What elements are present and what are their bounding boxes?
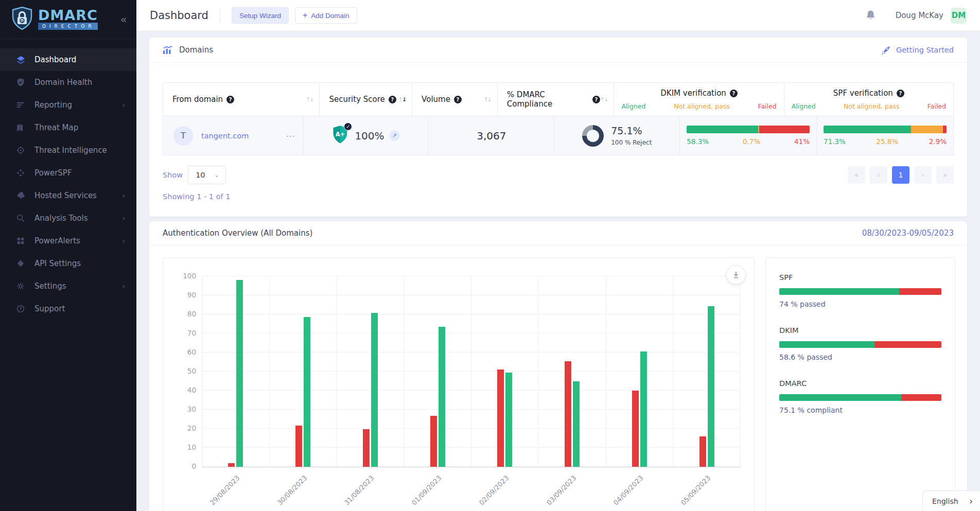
sidebar-item-threat-intelligence[interactable]: Threat Intelligence	[0, 139, 136, 162]
x-axis-label: 05/09/2023	[679, 474, 712, 507]
sidebar-item-label: Threat Map	[34, 123, 78, 132]
first-page-button[interactable]: «	[848, 166, 865, 184]
y-axis-tick: 50	[187, 367, 196, 375]
volume-label: Volume	[422, 95, 450, 104]
setup-wizard-button[interactable]: Setup Wizard	[232, 7, 289, 24]
sidebar-item-label: Analysis Tools	[34, 214, 88, 223]
bar-failed	[699, 436, 706, 467]
spf-verification-label: SPF verification	[833, 89, 893, 98]
sidebar-item-label: PowerSPF	[34, 168, 72, 178]
brand-text: DMARC DIRECTOR	[38, 9, 98, 30]
avatar[interactable]: DM	[951, 8, 967, 24]
x-axis-label: 04/09/2023	[612, 474, 645, 507]
bar-passed	[304, 317, 310, 467]
domain-link[interactable]: tangent.com	[201, 132, 249, 140]
summary-block-dmarc: DMARC75.1 % compliant	[779, 379, 941, 414]
spf-sub-aligned: Aligned	[792, 102, 816, 110]
sidebar-item-analysis-tools[interactable]: Analysis Tools›	[0, 207, 136, 230]
spf-failed-value: 2.9%	[929, 137, 947, 146]
x-axis-label: 02/09/2023	[478, 474, 511, 507]
pagination-row: Show 10 ⌄ « ‹ 1 › »	[163, 166, 954, 184]
chart-download-button[interactable]	[726, 265, 746, 285]
prev-page-button[interactable]: ‹	[870, 166, 887, 184]
notifications-bell-icon[interactable]	[865, 10, 876, 21]
col-volume: Volume ? ↑↓	[412, 83, 498, 116]
sidebar-item-dashboard[interactable]: Dashboard	[0, 48, 136, 71]
row-more-icon[interactable]: ⋯	[286, 131, 296, 141]
bar-passed	[573, 381, 580, 467]
spf-sub-failed: Failed	[927, 102, 946, 110]
chevron-right-icon: ›	[122, 101, 125, 109]
y-axis-tick: 90	[187, 291, 196, 299]
spf-bar-not-aligned	[911, 126, 943, 133]
next-page-button[interactable]: ›	[914, 166, 932, 184]
y-axis-tick: 0	[191, 462, 196, 470]
sidebar-item-settings[interactable]: Settings›	[0, 275, 136, 297]
dashboard-icon	[15, 55, 26, 65]
sidebar-item-hosted-services[interactable]: Hosted Services›	[0, 184, 136, 207]
dkim-sub-aligned: Aligned	[621, 102, 645, 110]
chart-band: 31/08/2023	[337, 276, 405, 467]
dmarc-percent: 75.1%	[611, 125, 652, 136]
language-label: English	[932, 497, 958, 505]
sidebar-item-threat-map[interactable]: Threat Map	[0, 116, 136, 139]
page-1-button[interactable]: 1	[892, 166, 909, 184]
spf-help-icon[interactable]: ?	[897, 90, 904, 97]
svg-text:@: @	[21, 19, 24, 23]
cell-from-domain: T tangent.com ⋯	[163, 116, 304, 155]
volume-sort-icon[interactable]: ↑↓	[483, 96, 491, 103]
collapse-sidebar-icon[interactable]: «	[120, 14, 127, 25]
summary-bar	[779, 394, 941, 401]
sidebar-item-label: Hosted Services	[34, 191, 97, 200]
auth-overview-card: Authentication Overview (All Domains) 08…	[149, 221, 967, 511]
col-dmarc-compliance: % DMARC Compliance ? ↑↓	[498, 83, 615, 116]
y-axis-tick: 70	[187, 329, 196, 337]
domains-card-header: Domains Getting Started	[149, 38, 967, 63]
add-domain-button[interactable]: + Add Domain	[295, 7, 357, 24]
summary-caption: 75.1 % compliant	[779, 406, 941, 414]
language-selector[interactable]: English ›	[922, 490, 980, 511]
volume-help-icon[interactable]: ?	[454, 96, 462, 103]
chart-band: 02/09/2023	[471, 276, 539, 467]
user-name[interactable]: Doug McKay	[896, 11, 943, 20]
showing-summary: Showing 1 - 1 of 1	[163, 192, 954, 201]
summary-block-dkim: DKIM58.6 % passed	[779, 326, 941, 361]
sidebar-item-api-settings[interactable]: API Settings	[0, 252, 136, 275]
summary-bar-passed	[779, 288, 899, 295]
dkim-sub-not-aligned: Not aligned, pass	[674, 102, 730, 110]
getting-started-link[interactable]: Getting Started	[881, 45, 954, 55]
chart-plot: 010203040506070809010029/08/202330/08/20…	[202, 276, 741, 467]
sidebar-item-reporting[interactable]: Reporting›	[0, 94, 136, 116]
bar-passed	[236, 280, 243, 467]
page-size-select[interactable]: 10 ⌄	[188, 166, 226, 184]
last-page-button[interactable]: »	[936, 166, 954, 184]
page-title: Dashboard	[150, 9, 208, 22]
from-domain-sort-icon[interactable]: ↑↓	[306, 96, 313, 103]
sidebar-nav: DashboardDomain HealthReporting›Threat M…	[0, 48, 136, 320]
external-link-icon[interactable]: ↗	[389, 130, 400, 141]
y-axis-tick: 10	[187, 443, 196, 451]
spf-bar	[824, 126, 947, 133]
sidebar-item-powerspf[interactable]: PowerSPF	[0, 162, 136, 184]
sidebar-item-support[interactable]: ?Support	[0, 297, 136, 320]
bar-failed	[363, 429, 370, 467]
table-row: T tangent.com ⋯ A+ ✓ 1	[163, 116, 953, 155]
dmarc-compliance-help-icon[interactable]: ?	[592, 96, 600, 103]
sidebar-item-poweralerts[interactable]: PowerAlerts›	[0, 230, 136, 252]
cell-volume: 3,067	[429, 116, 554, 155]
security-score-help-icon[interactable]: ?	[389, 96, 396, 103]
chart-band: 03/09/2023	[539, 276, 606, 467]
brand-title: DMARC	[38, 9, 98, 22]
chart-band: 29/08/2023	[202, 276, 270, 467]
from-domain-help-icon[interactable]: ?	[226, 96, 234, 103]
sidebar-item-label: Settings	[34, 281, 66, 291]
security-score-sort-icon[interactable]: ↑↓	[398, 96, 406, 103]
x-axis-label: 01/09/2023	[410, 474, 443, 507]
auth-overview-date-range: 08/30/2023-09/05/2023	[862, 228, 954, 238]
sidebar-item-domain-health[interactable]: Domain Health	[0, 71, 136, 94]
dkim-bar-failed	[759, 126, 810, 133]
plus-icon: +	[303, 11, 307, 20]
dkim-help-icon[interactable]: ?	[730, 90, 738, 97]
dmarc-donut	[582, 125, 604, 147]
dmarc-compliance-sort-icon[interactable]: ↑↓	[600, 96, 607, 103]
